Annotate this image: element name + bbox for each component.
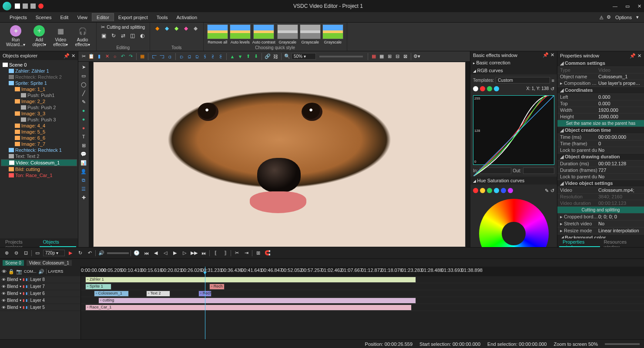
- comment-icon[interactable]: 💬: [80, 151, 87, 157]
- person-icon[interactable]: 👤: [80, 168, 87, 175]
- menu-edit[interactable]: Edit: [56, 13, 73, 21]
- mute-icon[interactable]: 🔊: [97, 249, 105, 257]
- reset-hue-icon[interactable]: ↺: [550, 188, 554, 194]
- rect-icon[interactable]: ▭: [80, 72, 87, 79]
- play-red-icon[interactable]: ▶: [67, 249, 74, 257]
- prop-row[interactable]: Time (ms)00:00:00.000: [557, 134, 644, 141]
- cut-icon[interactable]: ✂: [80, 53, 87, 60]
- align-r-icon[interactable]: ⫏: [166, 53, 173, 60]
- zoom-out-icon[interactable]: ⊖: [12, 249, 20, 257]
- timeline-track[interactable]: ▫ cutting: [81, 297, 644, 304]
- hue-red-dot[interactable]: [473, 188, 478, 193]
- fit-icon[interactable]: ⊡: [22, 249, 30, 257]
- tree-node[interactable]: Rechteck: Rechteck 2: [1, 74, 77, 80]
- video-effects-button[interactable]: ▦Video effects▾: [50, 24, 70, 48]
- reset-icon[interactable]: ↺: [550, 86, 554, 92]
- cutting-splitting-button[interactable]: Cutting and splitting: [107, 25, 145, 30]
- qa-new-icon[interactable]: [15, 3, 20, 9]
- tool-e-icon[interactable]: ◆: [192, 24, 200, 32]
- hue-blue-dot[interactable]: [501, 188, 506, 193]
- prop-row[interactable]: Lock to parent duNo: [557, 174, 644, 180]
- audio-effects-button[interactable]: 🎧Audio effects▾: [72, 24, 92, 48]
- tree-node[interactable]: Text: Text 2: [1, 153, 77, 159]
- lock-col-icon[interactable]: 🔒: [8, 269, 14, 274]
- timeline-layer-row[interactable]: 👁Blend▾▮▮Layer 7: [0, 283, 80, 290]
- tree-node[interactable]: Image: 6_6: [1, 135, 77, 141]
- counter-icon[interactable]: ⧉: [80, 177, 87, 184]
- breadcrumb-scene[interactable]: Scene 0: [3, 260, 24, 266]
- redo-icon[interactable]: ↷: [127, 53, 134, 60]
- qa-open-icon[interactable]: [23, 3, 28, 9]
- prop-row[interactable]: Left0.000: [557, 94, 644, 100]
- menu-activation[interactable]: Activation: [172, 13, 201, 21]
- hue-magenta-dot[interactable]: [508, 188, 513, 193]
- frame-icon[interactable]: ▭: [34, 249, 41, 257]
- menu-view[interactable]: View: [73, 13, 92, 21]
- delete-icon[interactable]: ✕: [104, 53, 111, 60]
- tree-node[interactable]: Rechteck: Rechteck 1: [1, 147, 77, 153]
- preview-canvas[interactable]: [89, 62, 470, 247]
- timeline-clip[interactable]: ▫ Sprite 1: [85, 284, 111, 290]
- tab-projects-explorer[interactable]: Projects explorer: [2, 238, 40, 247]
- timeline-track[interactable]: ▫ Colosseum_1▫ Text 2▫ Rech: [81, 290, 644, 297]
- style-thumb[interactable]: Grayscale: [322, 24, 343, 44]
- up-icon[interactable]: ▲: [229, 53, 236, 60]
- prop-row[interactable]: ▸ Resize modeLinear interpolation: [557, 228, 644, 234]
- tree-node[interactable]: Push: Push1: [1, 92, 77, 98]
- menu-tools[interactable]: Tools: [152, 13, 172, 21]
- dist-4-icon[interactable]: ⫓: [201, 53, 208, 60]
- qa-save-icon[interactable]: [30, 3, 36, 9]
- ellipse-icon[interactable]: ◯: [80, 81, 87, 88]
- timeline-layer-row[interactable]: 👁Blend▾▮▮Layer 8: [0, 276, 80, 283]
- copy-icon[interactable]: 📋: [88, 53, 95, 60]
- zoom-slider[interactable]: [319, 56, 363, 57]
- loop-icon[interactable]: ↻: [76, 249, 84, 257]
- zoom-in-icon[interactable]: ⊕: [3, 249, 10, 257]
- prop-row[interactable]: VideoColosseum.mp4;: [557, 187, 644, 194]
- panel-close-icon[interactable]: ✕: [71, 53, 75, 59]
- prop-row[interactable]: ▸ Cropped borders0; 0; 0; 0: [557, 214, 644, 221]
- pen-icon[interactable]: ✎: [80, 98, 87, 105]
- basic-correction-header[interactable]: Basic correction: [470, 59, 557, 67]
- back-icon[interactable]: ⬇: [252, 53, 259, 60]
- tree-node[interactable]: Image: 2_2: [1, 98, 77, 104]
- prop-row[interactable]: Height1080.000: [557, 114, 644, 120]
- link-icon[interactable]: 🔗: [264, 53, 271, 60]
- pin-icon[interactable]: 📌: [64, 53, 70, 59]
- dist-5-icon[interactable]: ⫔: [209, 53, 216, 60]
- timeline-clip[interactable]: ▫ Zähler 1: [85, 277, 416, 283]
- prop-row[interactable]: Top0.000: [557, 100, 644, 107]
- circle-icon[interactable]: ○: [111, 53, 118, 60]
- menu-projects[interactable]: Projects: [5, 13, 31, 21]
- hue-sat-header[interactable]: Hue Saturation curves: [470, 177, 557, 184]
- help-icon[interactable]: ◬: [600, 14, 603, 20]
- timeline-tracks[interactable]: 0:00:00.00000:05.20500:10.41000:15.61600…: [81, 267, 644, 339]
- prop-row[interactable]: Time (frame)0: [557, 141, 644, 147]
- flip-icon[interactable]: ⇄: [119, 32, 127, 40]
- measure-icon[interactable]: ◫: [129, 32, 137, 40]
- prop-action-button[interactable]: Set the same size as the parent has: [557, 120, 644, 127]
- timeline-layer-row[interactable]: 👁Blend▾▮▮Layer 4: [0, 297, 80, 304]
- objects-tree[interactable]: Scene 0Zahler: Zähler 1Rechteck: Rechtec…: [0, 60, 78, 238]
- eye-col-icon[interactable]: 👁: [2, 269, 7, 274]
- color-icon[interactable]: ◐: [138, 32, 146, 40]
- pointer-icon[interactable]: ➤: [80, 64, 87, 70]
- select-all-icon[interactable]: ▦: [139, 53, 146, 60]
- ripple-icon[interactable]: ⇥: [242, 249, 250, 257]
- panel-close-icon[interactable]: ✕: [550, 52, 554, 58]
- menu-editor[interactable]: Editor: [92, 13, 114, 21]
- prop-row[interactable]: Duration (ms)00:00:12.128: [557, 161, 644, 167]
- timeline-clip[interactable]: ▫ Colosseum_1: [94, 291, 129, 297]
- grid5-icon[interactable]: ⊠: [402, 53, 409, 60]
- step-fwd-icon[interactable]: ▷: [181, 249, 188, 257]
- play-icon[interactable]: ▶: [171, 249, 179, 257]
- timeline-ruler[interactable]: 0:00:00.00000:05.20500:10.41000:15.61600…: [81, 267, 644, 276]
- next-frame-icon[interactable]: ▶▶: [190, 249, 198, 257]
- prop-section-header[interactable]: ◢ Video object settings: [557, 180, 644, 187]
- align-l-icon[interactable]: ⫍: [151, 53, 158, 60]
- tool-a-icon[interactable]: ◆: [154, 24, 161, 32]
- add-object-button[interactable]: +Add object▾: [30, 24, 49, 48]
- timeline-layer-row[interactable]: 👁Blend▾▮▮Layer 6: [0, 290, 80, 297]
- prop-row[interactable]: Resolution3840; 2160: [557, 194, 644, 200]
- prop-row[interactable]: Width1920.000: [557, 107, 644, 114]
